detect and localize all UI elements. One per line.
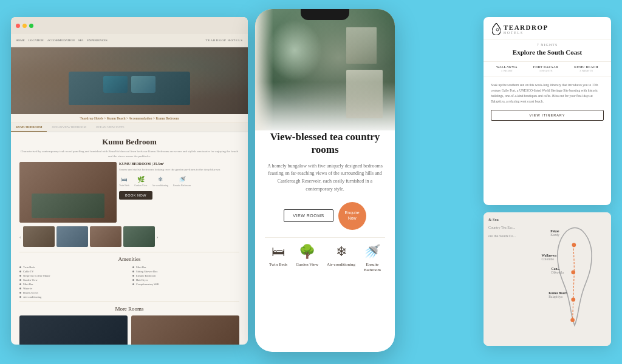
stop-name-3: KUMU BEACH [574, 66, 598, 69]
browser-nav-bar: HOME LOCATION ACCOMMODATION SPA EXPERIEN… [11, 34, 248, 47]
bathroom-icon: 🚿 [179, 176, 186, 183]
phone-content: View-blessed tea country rooms A homely … [255, 130, 395, 289]
tab-kumu[interactable]: KUMU BEDROOM [11, 123, 47, 132]
amenity-bathroom: 🚿 Ensuite Bathroom [173, 176, 191, 187]
nav-spa[interactable]: SPA [78, 39, 84, 42]
page-content: Kumu Bedroom Characterised by contempora… [11, 132, 248, 345]
map-city-pekoe: PekoeKandy [550, 229, 559, 237]
amenity-item: Mini Bar [19, 282, 126, 286]
nav-experiences[interactable]: EXPERIENCES [87, 39, 107, 42]
main-room-image [19, 162, 117, 223]
amenities-section: Amenities Twin Beds Cable TV Nespresso C… [19, 252, 239, 299]
room-card-img-2 [131, 315, 239, 345]
phone-bathroom-icon: 🚿 [364, 244, 380, 260]
enquire-now-button[interactable]: Enquire Now [338, 202, 366, 230]
browser-left: HOME LOCATION ACCOMMODATION SPA EXPERIEN… [11, 17, 248, 345]
amenity-item: Cable TV [19, 269, 126, 274]
phone-hero [255, 9, 395, 130]
dot-red [16, 24, 20, 28]
thumbnail-strip: ‹ › [19, 226, 239, 247]
room-card-oceanview: Oceanview Bedroom From [19, 315, 128, 345]
amenity-item: Hair Dryer [132, 278, 239, 282]
amenity-item: Sitting Shower Box [132, 269, 239, 274]
browser-bar [11, 17, 248, 34]
left-hero [11, 47, 248, 114]
thumb-prev-arrow[interactable]: ‹ [19, 234, 21, 240]
bathroom-label: Ensuite Bathroom [173, 184, 191, 187]
room-sidebar: KUMU BEDROOM | 25.5m² Serene and stylish… [119, 162, 239, 223]
room-images: KUMU BEDROOM | 25.5m² Serene and stylish… [19, 162, 239, 223]
view-itinerary-button[interactable]: VIEW ITINERARY [491, 110, 604, 121]
amenities-title: Amenities [19, 256, 239, 262]
amenity-item: Complimentary WiFi [132, 282, 239, 286]
svg-point-1 [572, 243, 576, 247]
card-nights: 7 NIGHTS [484, 43, 611, 47]
more-rooms-title: More Rooms [19, 306, 239, 312]
teardrop-nav-logo: TEARDROP HOTELS [205, 39, 243, 42]
amenity-item: Air-conditioning [19, 295, 126, 299]
amenity-item: Water tv [19, 286, 126, 291]
phone-beds-icon: 🛏 [272, 244, 285, 260]
phone-amenity-ac: ❄ Air-conditioning [327, 244, 355, 273]
nav-location[interactable]: LOCATION [29, 39, 44, 42]
tab-oceanview[interactable]: OCEANVIEW BEDROOM [47, 123, 91, 132]
view-rooms-button[interactable]: VIEW ROOMS [284, 209, 333, 222]
map-city-kumu: Kumu BeachBalapitiya [549, 291, 567, 298]
svg-point-4 [570, 318, 575, 322]
map-background: & Sea Country Tea Esc... ore the South C… [484, 212, 611, 346]
amenity-item: Beach Access [19, 291, 126, 295]
amenity-item: Ensuite Bathroom [132, 274, 239, 278]
tab-ocean-suite[interactable]: OCEAN VIEW SUITE [91, 123, 129, 132]
ac-label: Air-conditioning [152, 184, 168, 187]
svg-point-2 [571, 270, 575, 274]
room-card-img-1 [19, 315, 128, 345]
phone-amenity-garden: 🌳 Garden View [296, 244, 318, 273]
thumb-1[interactable] [23, 226, 55, 247]
stop-fort-bazaar: FORT BAZAAR 3 NIGHTS [533, 66, 559, 72]
stop-kumu-beach: KUMU BEACH 3 NIGHTS [574, 66, 598, 72]
thumb-4[interactable] [123, 226, 155, 247]
twin-beds-label: Twin Beds [119, 184, 129, 187]
room-sidebar-desc: Serene and stylish bedrooms looking over… [119, 167, 239, 172]
phone-amenity-bathroom: 🚿 Ensuite Bathroom [364, 244, 381, 273]
phone-middle: View-blessed tea country rooms A homely … [255, 9, 395, 352]
phone-garden-icon: 🌳 [299, 244, 315, 260]
phone-amenities: 🛏 Twin Beds 🌳 Garden View ❄ Air-conditio… [265, 237, 385, 279]
room-desc: Characterised by contemporary teak wood … [19, 149, 239, 158]
more-rooms-grid: Oceanview Bedroom From Oceanview Suite F… [19, 315, 239, 345]
teardrop-logo: TEARDROP HOTELS [492, 23, 549, 35]
thumb-next-arrow[interactable]: › [157, 234, 159, 240]
amenity-icons-row: 🛏 Twin Beds 🌿 Garden View ❄ Air-conditio… [119, 176, 239, 187]
amenity-item: Twin Beds [19, 265, 126, 269]
amenity-item: Mini Bar [132, 265, 239, 269]
amenity-item: Nespresso Coffee Maker [19, 274, 126, 278]
map-label-tea: Country Tea Esc... [488, 226, 515, 229]
svg-point-3 [571, 297, 575, 302]
thumb-2[interactable] [56, 226, 88, 247]
book-now-button[interactable]: BOOK NOW [119, 191, 152, 200]
garden-view-label: Garden View [134, 184, 147, 187]
room-tabs: KUMU BEDROOM OCEANVIEW BEDROOM OCEAN VIE… [11, 123, 248, 132]
room-sidebar-title: KUMU BEDROOM | 25.5m² [119, 162, 239, 166]
stop-nights-3: 3 NIGHTS [579, 69, 593, 72]
stop-nights-1: 1 NIGHT [501, 69, 513, 72]
amenity-twin-beds: 🛏 Twin Beds [119, 176, 129, 187]
nav-accommodation[interactable]: ACCOMMODATION [47, 39, 75, 42]
thumb-3[interactable] [90, 226, 121, 247]
nav-home[interactable]: HOME [16, 39, 25, 42]
map-city-wallawwa: WallawwaColombo [542, 254, 556, 261]
phone-main-title: View-blessed tea country rooms [265, 130, 385, 157]
phone-desc: A homely bungalow with five uniquely des… [265, 163, 385, 194]
phone-beds-label: Twin Beds [269, 262, 287, 268]
stop-nights-2: 3 NIGHTS [539, 69, 552, 72]
phone-ac-icon: ❄ [336, 244, 347, 260]
amenity-garden-view: 🌿 Garden View [134, 176, 147, 187]
dot-yellow [22, 24, 27, 28]
teardrop-subtitle: HOTELS [504, 31, 549, 35]
map-city-can: Can...Dikwella [552, 267, 564, 274]
phone-bathroom-label: Ensuite Bathroom [364, 262, 381, 273]
stop-name-1: WALLAWWA [496, 66, 518, 69]
room-card-suite: Oceanview Suite From [131, 315, 239, 345]
garden-view-icon: 🌿 [137, 176, 145, 183]
amenities-col-left: Twin Beds Cable TV Nespresso Coffee Make… [19, 265, 126, 299]
